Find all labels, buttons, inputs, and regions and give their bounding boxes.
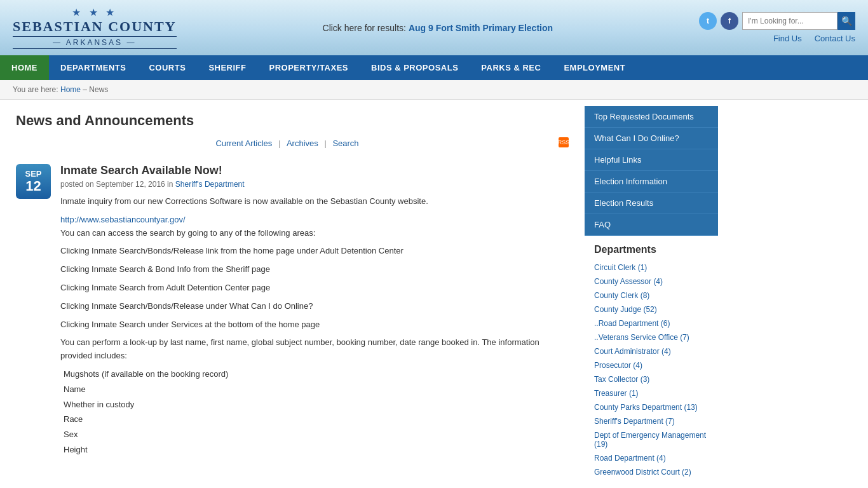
sidebar-dept-link[interactable]: Prosecutor (4) <box>585 358 718 372</box>
article-meta: posted on September 12, 2016 in Sheriff'… <box>60 180 569 189</box>
breadcrumb-separator: – <box>83 85 89 94</box>
sep1: | <box>278 139 283 148</box>
sidebar-quick-link[interactable]: Top Requested Documents <box>585 106 718 128</box>
breadcrumb-home[interactable]: Home <box>60 85 81 94</box>
sidebar: Top Requested DocumentsWhat Can I Do Onl… <box>585 100 718 488</box>
sidebar-dept-link[interactable]: Court Administrator (4) <box>585 344 718 358</box>
breadcrumb: You are here: Home – News <box>0 80 868 100</box>
twitter-button[interactable]: t <box>699 12 717 30</box>
meta-posted: posted on September 12, 2016 in <box>60 180 173 189</box>
meta-department-link[interactable]: Sheriff's Department <box>175 180 245 189</box>
nav-item-parks---rec[interactable]: PARKS & REC <box>470 55 552 80</box>
main-nav: HOMEDEPARTMENTSCOURTSSHERIFFPROPERTY/TAX… <box>0 55 868 80</box>
election-banner: Click here for results: Aug 9 Fort Smith… <box>189 23 686 33</box>
list-item: Race <box>64 413 569 426</box>
logo-county-name: SEBASTIAN COUNTY <box>13 18 177 35</box>
article-paragraph: Clicking Inmate Search from Adult Detent… <box>60 281 569 295</box>
sidebar-dept-link[interactable]: Greenwood District Court (2) <box>585 465 718 479</box>
rss-icon[interactable]: RSS <box>559 137 569 147</box>
twitter-icon: t <box>707 17 709 25</box>
social-search-area: t f 🔍 <box>699 12 855 30</box>
list-item: Sex <box>64 428 569 442</box>
search-icon: 🔍 <box>841 16 852 26</box>
header: ★ ★ ★ SEBASTIAN COUNTY — ARKANSAS — Clic… <box>0 0 868 55</box>
sidebar-dept-link[interactable]: County Assessor (4) <box>585 274 718 288</box>
article-paragraph: Clicking Inmate Search under Services at… <box>60 318 569 332</box>
sidebar-quick-link[interactable]: Election Information <box>585 171 718 193</box>
main-layout: News and Announcements Current Articles … <box>0 100 868 488</box>
logo: ★ ★ ★ SEBASTIAN COUNTY — ARKANSAS — <box>13 6 177 49</box>
departments-header: Departments <box>585 239 718 261</box>
sidebar-departments: Departments Circuit Clerk (1)County Asse… <box>585 239 718 479</box>
article-list: Mugshots (if available on the booking re… <box>60 368 569 457</box>
nav-item-courts[interactable]: COURTS <box>137 55 197 80</box>
nav-item-home[interactable]: HOME <box>0 55 49 80</box>
page-title: News and Announcements <box>16 112 569 129</box>
sidebar-dept-link[interactable]: Sheriff's Department (7) <box>585 414 718 428</box>
find-us-link[interactable]: Find Us <box>773 34 802 43</box>
current-articles-link[interactable]: Current Articles <box>215 139 272 148</box>
facebook-icon: f <box>728 17 731 25</box>
article-title: Inmate Search Available Now! <box>60 164 569 177</box>
list-item: Height <box>64 444 569 457</box>
article-nav: Current Articles | Archives | Search RSS <box>16 139 569 154</box>
article-month: Sep <box>25 169 41 179</box>
content-area: News and Announcements Current Articles … <box>0 100 585 488</box>
sidebar-dept-link[interactable]: County Parks Department (13) <box>585 400 718 414</box>
article-paragraph: Inmate inquiry from our new Corrections … <box>60 195 569 208</box>
sidebar-dept-link[interactable]: County Judge (52) <box>585 302 718 316</box>
list-item: Whether in custody <box>64 398 569 412</box>
sidebar-dept-link[interactable]: Tax Collector (3) <box>585 372 718 386</box>
article-body: Inmate inquiry from our new Corrections … <box>60 195 569 457</box>
sidebar-quick-link[interactable]: Helpful Links <box>585 149 718 171</box>
sidebar-quick-link[interactable]: Election Results <box>585 193 718 214</box>
contact-us-link[interactable]: Contact Us <box>815 34 855 43</box>
sidebar-quick-link[interactable]: What Can I Do Online? <box>585 128 718 149</box>
search-box: 🔍 <box>742 12 855 30</box>
search-link[interactable]: Search <box>332 139 358 148</box>
sidebar-dept-link[interactable]: Circuit Clerk (1) <box>585 261 718 274</box>
article-paragraph: You can perform a look-up by last name, … <box>60 336 569 363</box>
archives-link[interactable]: Archives <box>287 139 318 148</box>
nav-item-departments[interactable]: DEPARTMENTS <box>49 55 137 80</box>
sidebar-dept-link[interactable]: Road Department (4) <box>585 451 718 465</box>
article-url-link[interactable]: http://www.sebastiancountyar.gov/ <box>60 215 186 224</box>
sep2: | <box>324 139 329 148</box>
article-item: Sep 12 Inmate Search Available Now! post… <box>16 164 569 459</box>
sidebar-dept-link[interactable]: Treasurer (1) <box>585 386 718 400</box>
nav-item-employment[interactable]: EMPLOYMENT <box>552 55 637 80</box>
logo-state-name: — ARKANSAS — <box>13 36 177 49</box>
breadcrumb-prefix: You are here: <box>13 85 58 94</box>
list-item: Name <box>64 383 569 396</box>
election-link[interactable]: Aug 9 Fort Smith Primary Election <box>409 23 553 33</box>
nav-item-property-taxes[interactable]: PROPERTY/TAXES <box>258 55 360 80</box>
article-paragraph: Clicking Inmate Search/Bonds/Release lin… <box>60 245 569 258</box>
article-paragraph: Clicking Inmate Search & Bond Info from … <box>60 263 569 276</box>
nav-item-sheriff[interactable]: SHERIFF <box>197 55 257 80</box>
breadcrumb-current: News <box>89 85 108 94</box>
header-links: Find Us Contact Us <box>773 34 855 43</box>
election-click-text: Click here for results: <box>323 23 406 33</box>
list-item: Mugshots (if available on the booking re… <box>64 368 569 381</box>
header-right: t f 🔍 Find Us Contact Us <box>699 12 855 43</box>
facebook-button[interactable]: f <box>721 12 738 30</box>
date-badge: Sep 12 <box>16 164 51 199</box>
header-center: Click here for results: Aug 9 Fort Smith… <box>177 23 699 33</box>
article-paragraph: You can can access the search by going t… <box>60 227 569 240</box>
logo-stars: ★ ★ ★ <box>13 6 177 18</box>
sidebar-dept-link[interactable]: Dept of Emergency Management (19) <box>585 428 718 451</box>
sidebar-dept-link[interactable]: ..Veterans Service Office (7) <box>585 330 718 344</box>
sidebar-dept-link[interactable]: ..Road Department (6) <box>585 316 718 330</box>
article-paragraph: Clicking Inmate Search/Bonds/Release und… <box>60 300 569 313</box>
nav-item-bids---proposals[interactable]: BIDS & PROPOSALS <box>360 55 470 80</box>
search-input[interactable] <box>742 12 837 30</box>
article-day: 12 <box>25 179 41 194</box>
article-content: Inmate Search Available Now! posted on S… <box>60 164 569 459</box>
sidebar-dept-link[interactable]: County Clerk (8) <box>585 288 718 302</box>
search-button[interactable]: 🔍 <box>837 12 855 30</box>
sidebar-quick-links: Top Requested DocumentsWhat Can I Do Onl… <box>585 106 718 236</box>
sidebar-quick-link[interactable]: FAQ <box>585 214 718 236</box>
departments-list: Circuit Clerk (1)County Assessor (4)Coun… <box>585 261 718 479</box>
logo-area: ★ ★ ★ SEBASTIAN COUNTY — ARKANSAS — <box>13 6 177 49</box>
